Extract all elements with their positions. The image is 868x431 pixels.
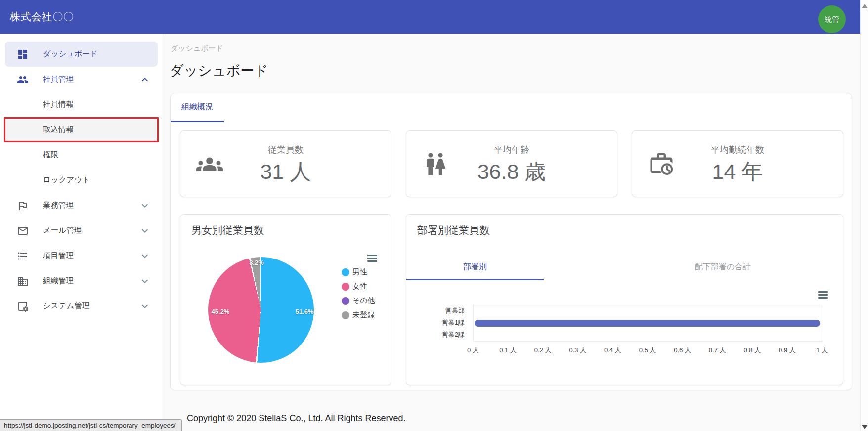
bar-plot <box>473 305 822 342</box>
legend-label: 男性 <box>352 267 367 277</box>
sidebar-item-label: 社員情報 <box>43 99 74 110</box>
stat-card-average-age: 平均年齢 36.8 歳 <box>406 130 617 197</box>
work-history-icon <box>648 151 675 177</box>
dashboard-icon <box>17 48 29 60</box>
legend-label: その他 <box>352 296 375 305</box>
sidebar-item-label: 組織管理 <box>43 276 74 286</box>
tab-by-department[interactable]: 部署別 <box>406 254 544 280</box>
sidebar-item-employee-info[interactable]: 社員情報 <box>0 92 163 117</box>
chevron-down-icon <box>139 301 151 312</box>
pie-data-label: 45.2% <box>212 308 230 315</box>
x-tick-label: 0.9 人 <box>779 346 796 355</box>
legend-dot-icon <box>342 268 349 276</box>
footer-copyright: Copyright © 2020 StellaS Co., Ltd. All R… <box>187 413 406 424</box>
x-tick-label: 0.8 人 <box>743 346 761 355</box>
x-tick-label: 0.6 人 <box>674 346 691 355</box>
system-settings-icon <box>17 301 29 312</box>
legend-item: 男性 <box>342 265 375 279</box>
sidebar-item-organization-management[interactable]: 組織管理 <box>0 268 163 294</box>
sidebar-item-label: 項目管理 <box>43 251 74 261</box>
x-tick-label: 0.4 人 <box>604 346 621 355</box>
bar-category-label: 営業1課 <box>406 317 469 329</box>
chart-title: 男女別従業員数 <box>191 223 264 237</box>
active-tab-indicator <box>406 279 544 280</box>
sidebar-item-system-management[interactable]: システム管理 <box>0 294 163 319</box>
pie-data-label: 51.6% <box>296 308 314 315</box>
mail-icon <box>17 225 29 237</box>
company-name: 株式会社〇〇 <box>10 0 74 34</box>
sidebar-item-label: 社員管理 <box>43 74 74 85</box>
man-woman-icon <box>422 151 449 177</box>
chevron-up-icon <box>139 74 151 86</box>
tab-organization-overview[interactable]: 組織概況 <box>171 93 224 121</box>
active-tab-indicator <box>171 121 224 122</box>
x-tick-label: 0.1 人 <box>499 346 517 355</box>
pie-data-label: 3.2% <box>249 259 264 266</box>
dashboard-panel: 組織概況 従業員数 31 人 平均年齢 36.8 歳 <box>170 93 852 390</box>
x-tick-label: 0 人 <box>467 346 479 355</box>
sidebar-item-import-info[interactable]: 取込情報 <box>4 117 159 142</box>
sidebar-item-label: ロックアウト <box>43 175 90 185</box>
x-tick-label: 0.5 人 <box>639 346 656 355</box>
sidebar-item-label: ダッシュボード <box>43 49 98 59</box>
sidebar: ダッシュボード 社員管理 社員情報 取込情報 権限 ロックアウト 業務管理 <box>0 34 163 431</box>
legend-dot-icon <box>342 297 349 305</box>
status-bar-url: https://jstl-demo.jposting.net/jstl-cs/t… <box>0 419 182 431</box>
sidebar-item-mail-management[interactable]: メール管理 <box>0 218 163 243</box>
x-tick-label: 1 人 <box>816 346 828 355</box>
stats-row: 従業員数 31 人 平均年齢 36.8 歳 平均勤続年数 14 年 <box>180 130 843 197</box>
department-chart-card: 部署別従業員数 部署別 配下部署の合計 営業部営業1課営業2課 0 人0.1 人… <box>406 214 843 385</box>
sidebar-item-permissions[interactable]: 権限 <box>0 142 163 168</box>
chart-title: 部署別従業員数 <box>417 223 490 237</box>
sidebar-item-dashboard[interactable]: ダッシュボード <box>5 42 158 67</box>
x-tick-label: 0.7 人 <box>709 346 726 355</box>
user-avatar-label: 統管 <box>825 15 839 24</box>
stat-card-employee-count: 従業員数 31 人 <box>180 130 391 197</box>
sidebar-item-field-management[interactable]: 項目管理 <box>0 243 163 268</box>
chevron-down-icon <box>139 275 151 287</box>
user-avatar[interactable]: 統管 <box>818 5 846 33</box>
legend-item: 未登録 <box>342 308 375 322</box>
people-icon <box>17 74 29 86</box>
browser-scrollbar[interactable] <box>860 0 868 431</box>
bar <box>475 320 820 327</box>
chevron-down-icon <box>139 200 151 212</box>
chevron-down-icon <box>139 250 151 262</box>
sidebar-item-label: 業務管理 <box>43 200 74 211</box>
scroll-down-arrow-icon[interactable] <box>862 425 868 429</box>
breadcrumb: ダッシュボード <box>171 44 223 53</box>
legend-dot-icon <box>342 283 349 291</box>
bar-category-label: 営業2課 <box>406 329 469 341</box>
legend-item: その他 <box>342 294 375 308</box>
legend-label: 未登録 <box>352 310 375 320</box>
legend-item: 女性 <box>342 279 375 294</box>
people-group-icon <box>196 151 223 177</box>
sidebar-item-label: 取込情報 <box>43 125 74 135</box>
list-icon <box>17 250 29 262</box>
sidebar-item-lockout[interactable]: ロックアウト <box>0 168 163 193</box>
sidebar-item-employee-management[interactable]: 社員管理 <box>0 67 163 92</box>
x-tick-label: 0.3 人 <box>569 346 586 355</box>
scroll-up-arrow-icon[interactable] <box>862 4 868 8</box>
sidebar-item-business-management[interactable]: 業務管理 <box>0 193 163 218</box>
sidebar-item-label: 権限 <box>43 150 58 160</box>
tab-subordinate-total[interactable]: 配下部署の合計 <box>663 254 782 280</box>
sidebar-item-label: メール管理 <box>43 225 82 236</box>
bar-row <box>474 329 822 341</box>
bar-x-axis: 0 人0.1 人0.2 人0.3 人0.4 人0.5 人0.6 人0.7 人0.… <box>473 346 822 354</box>
gender-chart-card: 男女別従業員数 51.6% 45.2% 3.2% 男性女性その他未登録 <box>180 214 391 385</box>
bar-category-label: 営業部 <box>406 305 469 317</box>
bar-y-labels: 営業部営業1課営業2課 <box>406 305 469 341</box>
sidebar-item-label: システム管理 <box>43 301 89 311</box>
legend-label: 女性 <box>352 282 367 291</box>
x-tick-label: 0.2 人 <box>534 346 552 355</box>
bar-row <box>474 317 822 329</box>
building-icon <box>17 275 29 287</box>
pie-legend: 男性女性その他未登録 <box>342 265 375 322</box>
chart-menu-icon[interactable] <box>367 255 377 262</box>
chart-menu-icon[interactable] <box>818 291 828 299</box>
stat-card-average-tenure: 平均勤続年数 14 年 <box>632 130 843 197</box>
chevron-down-icon <box>139 225 151 237</box>
legend-dot-icon <box>342 311 349 319</box>
charts-row: 男女別従業員数 51.6% 45.2% 3.2% 男性女性その他未登録 部署別従… <box>180 214 843 385</box>
